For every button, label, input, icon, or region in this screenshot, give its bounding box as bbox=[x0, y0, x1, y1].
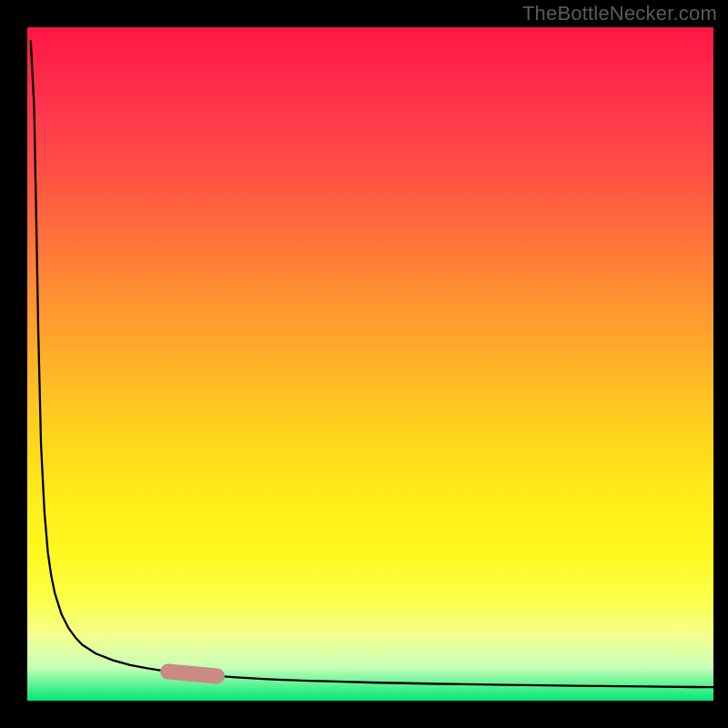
watermark-attribution: TheBottleNecker.com bbox=[522, 2, 717, 25]
bottleneck-curve bbox=[27, 27, 713, 701]
chart-container: TheBottleNecker.com bbox=[0, 0, 728, 728]
plot-area bbox=[27, 27, 713, 701]
